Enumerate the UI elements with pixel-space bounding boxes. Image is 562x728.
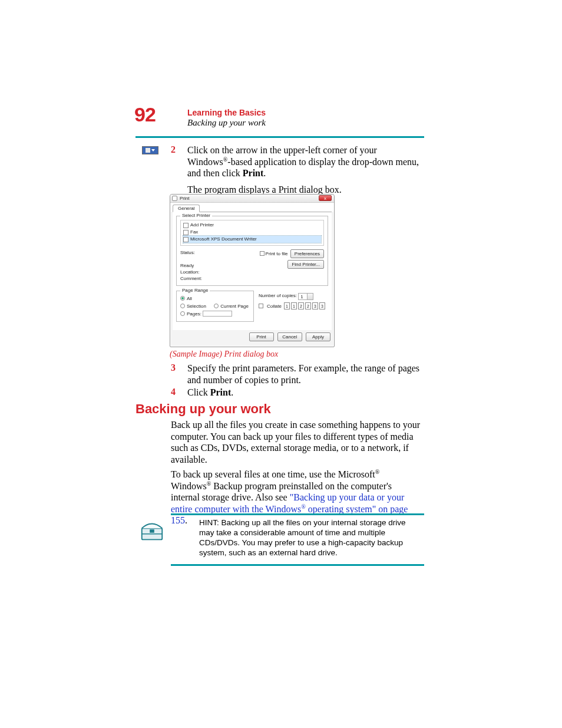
find-printer-button[interactable]: Find Printer...	[287, 260, 324, 269]
label-collate: Collate	[267, 304, 282, 309]
label-all: All	[187, 296, 192, 301]
para-backup-intro: Back up all the files you create in case…	[171, 419, 422, 465]
radio-pages[interactable]	[180, 311, 185, 316]
hint-rule-top	[171, 513, 424, 515]
chk-print-to-file[interactable]	[260, 251, 265, 256]
page-number: 92	[134, 103, 156, 126]
add-printer-icon	[183, 223, 189, 228]
step-3-text: Specify the print parameters. For exampl…	[187, 363, 422, 386]
radio-selection[interactable]	[180, 304, 185, 308]
group-select-printer: Select Printer	[180, 213, 212, 218]
printer-list[interactable]: Add Printer Fax Microsoft XPS Document W…	[180, 220, 324, 246]
label-pages: Pages:	[187, 311, 201, 317]
step-number-2: 2	[171, 144, 176, 155]
label-current-page: Current Page	[220, 304, 249, 309]
printer-icon	[172, 196, 177, 201]
hint-text: HINT: Backing up all the files on your i…	[199, 518, 418, 558]
label-status: Status:	[180, 249, 202, 256]
cancel-button[interactable]: Cancel	[277, 332, 302, 341]
apply-button[interactable]: Apply	[306, 332, 330, 341]
preferences-button[interactable]: Preferences	[290, 249, 324, 258]
group-page-range: Page Range	[180, 288, 210, 293]
label-print-to-file: Print to file	[266, 251, 288, 256]
radio-current-page[interactable]	[214, 304, 219, 308]
fax-icon	[183, 230, 189, 235]
step-number-3: 3	[171, 363, 176, 373]
step-2-text: Click on the arrow in the upper-left cor…	[187, 144, 422, 179]
printer-add[interactable]: Add Printer	[183, 222, 321, 229]
svg-rect-1	[150, 529, 154, 533]
radio-all[interactable]	[180, 296, 185, 301]
print-button[interactable]: Print	[249, 332, 274, 341]
copies-stepper[interactable]: 1	[298, 293, 313, 300]
chapter-title: Learning the Basics	[187, 108, 266, 117]
tab-general[interactable]: General	[173, 205, 200, 212]
para-backup-program: To back up several files at one time, us…	[171, 469, 422, 526]
label-selection: Selection	[187, 304, 206, 309]
chk-collate[interactable]	[259, 304, 263, 308]
step-4-text: Click Print.	[187, 387, 422, 398]
figure-caption: (Sample Image) Print dialog box	[170, 350, 335, 359]
label-comment: Comment:	[180, 275, 202, 282]
hint-chest-icon	[138, 517, 166, 544]
header-rule	[135, 136, 424, 138]
xps-icon	[183, 237, 189, 242]
heading-backing-up: Backing up your work	[135, 401, 271, 417]
dialog-title: Print	[180, 196, 189, 201]
pages-input[interactable]	[203, 311, 232, 317]
printer-fax[interactable]: Fax	[183, 229, 321, 236]
label-location: Location:	[180, 269, 202, 275]
label-copies: Number of copies:	[259, 293, 297, 298]
print-dialog-figure: Print x General Select Printer Add Print…	[170, 194, 335, 359]
hint-rule-bottom	[171, 564, 424, 566]
section-title: Backing up your work	[187, 118, 266, 128]
close-icon[interactable]: x	[319, 195, 332, 201]
collate-preview: 11 22 33	[284, 302, 325, 309]
step-number-4: 4	[171, 387, 176, 397]
value-status: Ready	[180, 262, 202, 269]
printer-xps[interactable]: Microsoft XPS Document Writer	[183, 236, 321, 243]
